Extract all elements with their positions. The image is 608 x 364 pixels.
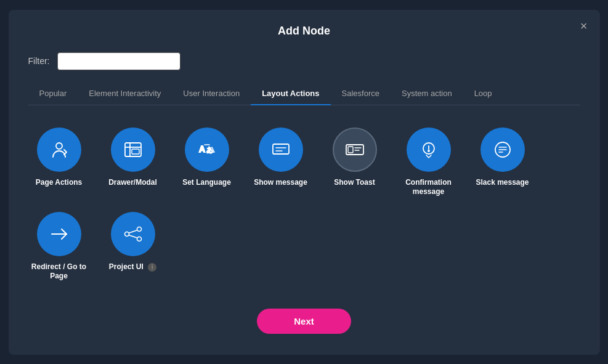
- svg-point-22: [124, 232, 129, 236]
- modal-title: Add Node: [28, 25, 580, 38]
- svg-point-21: [137, 227, 141, 231]
- message-icon: [270, 139, 292, 161]
- tab-loop[interactable]: Loop: [463, 83, 503, 105]
- svg-rect-7: [273, 144, 289, 154]
- redirect-go-to-page-label: Redirect / Go to Page: [28, 262, 90, 281]
- node-project-ui[interactable]: Project UI i: [102, 212, 164, 281]
- node-set-language[interactable]: A あ Set Language: [176, 127, 238, 197]
- page-actions-label: Page Actions: [36, 178, 83, 188]
- svg-rect-11: [348, 147, 353, 153]
- confirm-icon: [418, 139, 440, 161]
- close-button[interactable]: ×: [580, 20, 588, 32]
- slack-message-icon-circle: [480, 127, 525, 172]
- svg-point-0: [56, 143, 62, 149]
- language-icon: A あ: [196, 139, 218, 161]
- svg-text:A: A: [199, 144, 205, 154]
- node-confirmation-message[interactable]: Confirmation message: [398, 127, 460, 197]
- next-button[interactable]: Next: [257, 309, 351, 334]
- node-slack-message[interactable]: Slack message: [472, 127, 533, 197]
- svg-point-16: [428, 150, 429, 152]
- show-toast-label: Show Toast: [334, 178, 375, 188]
- node-redirect-go-to-page[interactable]: Redirect / Go to Page: [28, 212, 90, 281]
- tab-salesforce[interactable]: Salesforce: [331, 83, 391, 105]
- svg-line-25: [129, 235, 137, 238]
- tab-user-interaction[interactable]: User Interaction: [172, 83, 251, 105]
- project-ui-info-icon: i: [148, 263, 156, 272]
- nodes-grid: Page Actions Drawer/Modal A あ: [28, 123, 580, 294]
- tab-popular[interactable]: Popular: [28, 83, 78, 105]
- project-ui-label: Project UI i: [109, 262, 156, 272]
- filter-input[interactable]: [57, 52, 180, 70]
- tab-element-interactivity[interactable]: Element Interactivity: [78, 83, 172, 105]
- tab-system-action[interactable]: System action: [391, 83, 463, 105]
- confirmation-message-label: Confirmation message: [398, 178, 460, 197]
- redirect-icon-circle: [37, 212, 81, 256]
- toast-icon: [344, 139, 366, 161]
- set-language-label: Set Language: [182, 178, 231, 188]
- slack-icon: [492, 139, 514, 161]
- drawer-modal-icon-circle: [111, 127, 155, 172]
- footer: Next: [28, 309, 580, 334]
- svg-rect-4: [132, 149, 139, 154]
- share-icon: [122, 223, 144, 245]
- show-message-label: Show message: [254, 178, 307, 188]
- svg-point-23: [137, 237, 141, 241]
- tab-layout-actions[interactable]: Layout Actions: [251, 83, 330, 105]
- filter-label: Filter:: [28, 56, 50, 66]
- node-drawer-modal[interactable]: Drawer/Modal: [102, 127, 164, 197]
- drawer-modal-label: Drawer/Modal: [108, 178, 157, 188]
- drawer-icon: [122, 139, 144, 161]
- node-page-actions[interactable]: Page Actions: [28, 127, 90, 197]
- modal: Add Node × Filter: Popular Element Inter…: [9, 10, 600, 355]
- node-show-toast[interactable]: Show Toast: [324, 127, 386, 197]
- tabs-container: Popular Element Interactivity User Inter…: [28, 83, 580, 105]
- show-toast-icon-circle: [333, 127, 377, 172]
- page-actions-icon-circle: [37, 127, 81, 172]
- slack-message-label: Slack message: [476, 178, 529, 188]
- confirmation-message-icon-circle: [407, 127, 451, 172]
- node-show-message[interactable]: Show message: [250, 127, 312, 197]
- show-message-icon-circle: [259, 127, 303, 172]
- filter-row: Filter:: [28, 52, 580, 70]
- project-ui-icon-circle: [111, 212, 155, 256]
- redirect-icon: [48, 223, 70, 245]
- svg-line-24: [129, 230, 137, 233]
- run-icon: [48, 139, 70, 161]
- set-language-icon-circle: A あ: [185, 127, 229, 172]
